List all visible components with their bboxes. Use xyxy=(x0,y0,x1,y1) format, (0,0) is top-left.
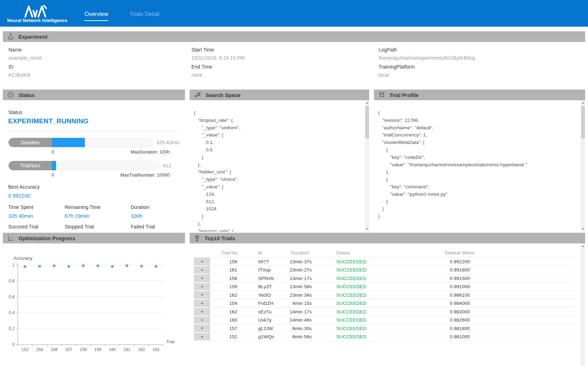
json-line: }, xyxy=(194,220,362,228)
json-line: ] xyxy=(378,205,578,213)
expand-row-button[interactable]: + xyxy=(194,258,210,266)
scroll-up-icon[interactable] xyxy=(582,102,584,104)
json-line: "trialConcurrency": 1, xyxy=(378,131,578,139)
progress-min: 0 xyxy=(51,149,54,155)
svg-text:0.4: 0.4 xyxy=(9,310,15,315)
expand-row-button[interactable]: + xyxy=(194,300,210,308)
json-line: { xyxy=(378,109,578,117)
cell-default-metric: 0.992200 xyxy=(394,258,526,266)
field-value: KCiBytKB xyxy=(9,72,186,78)
cell-status: SUCCEEDED xyxy=(320,283,394,291)
scatter-chart-icon xyxy=(7,235,14,241)
top10-scrollbar[interactable] xyxy=(581,243,585,366)
cell-default-metric: 0.982600 xyxy=(394,316,526,325)
json-line: } xyxy=(378,198,578,206)
field-label: ID xyxy=(9,64,186,70)
field-label: TrainingPlatform xyxy=(379,64,585,70)
status-label: Status xyxy=(8,109,180,115)
field-value: example_mnist xyxy=(9,55,186,61)
expand-row-button[interactable]: + xyxy=(194,333,210,341)
stat-label: Stopped Trial xyxy=(65,224,131,230)
cell-trial-no: 160 xyxy=(210,316,249,325)
json-line: "dropout_rate": { xyxy=(194,117,362,124)
json-line: { xyxy=(194,109,362,117)
scroll-up-icon[interactable] xyxy=(366,102,369,104)
table-row: +159BLy3T13min 58sSUCCEEDED0.991000 xyxy=(194,283,576,291)
json-line: 124, xyxy=(194,191,362,198)
json-line: "authorName": "default", xyxy=(378,124,578,132)
table-row: +157gL2JW6min 30sSUCCEEDED0.981800 xyxy=(194,324,576,333)
cell-duration: 4min 15s xyxy=(281,300,320,308)
stat-label: Time Spent xyxy=(8,204,65,210)
expand-row-button[interactable]: + xyxy=(194,274,210,283)
field-label: Start Time xyxy=(191,47,373,53)
progress-fill xyxy=(52,161,56,170)
duration-progress-bar: Duration xyxy=(8,138,153,147)
search-space-panel: Search Space { "dropout_rate": { "_type"… xyxy=(190,90,369,232)
optimization-panel-header: Optimization Progress xyxy=(3,233,185,243)
progress-value: 32h 40min xyxy=(157,140,180,145)
cell-id: sEzTu xyxy=(249,308,281,316)
json-line: 0.5 xyxy=(194,146,362,154)
table-row: +159t0I7T13min 37sSUCCEEDED0.992200 xyxy=(194,258,576,266)
expand-row-button[interactable]: + xyxy=(194,308,210,316)
cell-status: SUCCEEDED xyxy=(320,258,394,266)
cell-id: gL2JW xyxy=(249,324,281,333)
tab-trials-detail[interactable]: Trials Detail xyxy=(130,11,159,21)
json-line: 1024 xyxy=(194,205,362,213)
json-line: "key": "codeDir", xyxy=(378,154,578,161)
cell-default-metric: 0.984000 xyxy=(394,300,526,308)
brand-subtitle: Neural Network Intelligence xyxy=(0,18,75,23)
expand-row-button[interactable]: + xyxy=(194,266,210,275)
stat-value: 100h xyxy=(131,213,180,219)
expand-row-button[interactable]: + xyxy=(194,316,210,325)
cell-spacer xyxy=(526,266,576,275)
scroll-up-icon[interactable] xyxy=(582,245,584,247)
cell-spacer xyxy=(526,291,576,300)
best-accuracy-value: 0.992200 xyxy=(8,193,180,199)
duration-progress-row: Duration 32h 40min xyxy=(8,138,180,147)
trial-profile-panel: Trial Profile { "revision": 11768, "auth… xyxy=(374,90,585,232)
scroll-thumb[interactable] xyxy=(365,106,369,139)
cell-trial-no: 154 xyxy=(210,300,249,308)
svg-text:Trial: Trial xyxy=(166,339,174,344)
cell-id: g1WQs xyxy=(249,333,281,341)
search-space-scrollbar[interactable] xyxy=(365,100,369,232)
expand-row-button[interactable]: + xyxy=(194,283,210,291)
flask-icon xyxy=(7,33,14,40)
cell-duration: 23min 27s xyxy=(281,266,320,275)
table-row: +161ITVup23min 27sSUCCEEDED0.991800 xyxy=(194,266,576,275)
trial-profile-scrollbar[interactable] xyxy=(581,100,585,232)
cell-duration: 6min 56s xyxy=(281,333,320,341)
cell-trial-no: 162 xyxy=(210,291,249,300)
cell-id: Yel3O xyxy=(249,291,281,300)
cell-default-metric: 0.983000 xyxy=(394,308,526,316)
scroll-thumb[interactable] xyxy=(581,106,585,139)
progress-max: MaxTrialNumber: 10000 xyxy=(120,172,170,178)
medal-icon xyxy=(194,235,200,242)
stat-label: Remaining Time xyxy=(65,204,131,210)
tab-overview[interactable]: Overview xyxy=(85,11,108,21)
json-line: ] xyxy=(194,154,362,161)
cell-status: SUCCEEDED xyxy=(320,316,394,325)
json-line: "learning_rate": { xyxy=(194,228,362,232)
svg-text:1: 1 xyxy=(12,263,15,268)
progress-label: Duration xyxy=(9,138,52,147)
svg-text:0: 0 xyxy=(12,342,15,347)
table-row: +162Yel3O23min 34sSUCCEEDED0.986100 xyxy=(194,291,576,300)
json-line: "_value": [ xyxy=(194,183,362,191)
expand-row-button[interactable]: + xyxy=(194,291,210,300)
cell-trial-no: 152 xyxy=(210,333,249,341)
scroll-down-icon[interactable] xyxy=(366,228,369,230)
nni-logo-icon xyxy=(24,5,50,18)
scroll-down-icon[interactable] xyxy=(582,228,584,230)
cell-trial-no: 162 xyxy=(210,308,249,316)
expand-row-button[interactable]: + xyxy=(194,324,210,333)
gauge-icon xyxy=(7,92,14,98)
status-panel-header: Status xyxy=(3,90,185,100)
cell-id: SPNVb xyxy=(249,274,281,283)
json-line: { xyxy=(378,146,578,154)
json-line: ] xyxy=(194,213,362,220)
cell-trial-no: 159 xyxy=(210,283,249,291)
json-line: "_type": "choice", xyxy=(194,176,362,183)
